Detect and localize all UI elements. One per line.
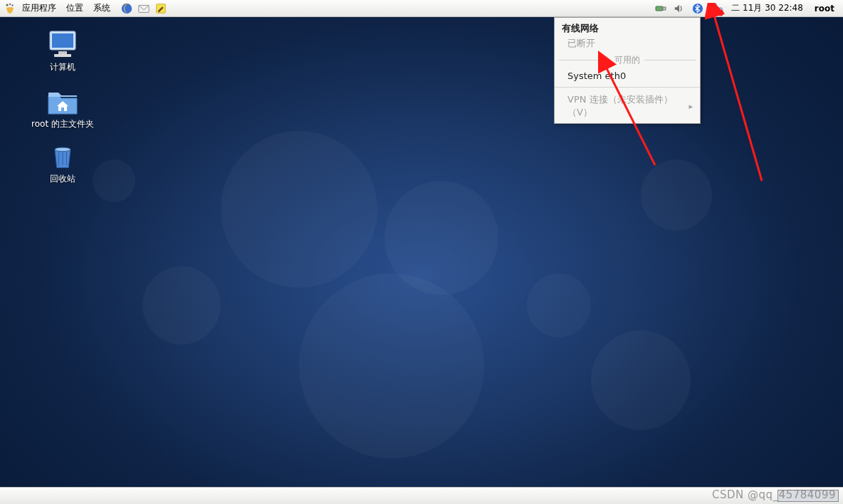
panel-left: 应用程序 位置 系统 bbox=[0, 0, 168, 17]
computer-icon bbox=[46, 30, 80, 60]
computer-label: 计算机 bbox=[48, 61, 78, 74]
firefox-launcher[interactable] bbox=[120, 1, 134, 16]
bluetooth-tray-icon[interactable] bbox=[691, 2, 704, 15]
svg-rect-15 bbox=[54, 54, 71, 57]
menu-applications[interactable]: 应用程序 bbox=[17, 0, 61, 17]
panel-user[interactable]: root bbox=[812, 4, 837, 14]
volume-tray-icon[interactable] bbox=[673, 2, 686, 15]
svg-point-0 bbox=[6, 4, 8, 6]
usb-tray-icon[interactable] bbox=[654, 2, 667, 15]
svg-rect-7 bbox=[663, 7, 666, 10]
svg-point-2 bbox=[11, 4, 13, 6]
notes-launcher[interactable] bbox=[154, 1, 168, 16]
desktop-icon-trash[interactable]: 回收站 bbox=[20, 142, 105, 186]
desktop-icon-home[interactable]: root 的主文件夹 bbox=[20, 87, 105, 131]
menu-places-label: 位置 bbox=[66, 2, 83, 14]
home-folder-icon bbox=[46, 87, 80, 117]
panel-launchers bbox=[120, 1, 168, 16]
trash-icon bbox=[46, 142, 80, 172]
menu-applications-label: 应用程序 bbox=[22, 2, 56, 14]
svg-line-17 bbox=[605, 65, 655, 165]
svg-point-16 bbox=[55, 147, 70, 152]
menu-places[interactable]: 位置 bbox=[61, 0, 88, 17]
svg-point-1 bbox=[9, 3, 11, 5]
mail-launcher[interactable] bbox=[137, 1, 151, 16]
watermark-text: CSDN @qq_45784099 bbox=[712, 488, 836, 501]
desktop-icon-computer[interactable]: 计算机 bbox=[20, 30, 105, 74]
svg-line-18 bbox=[713, 13, 762, 181]
home-label: root 的主文件夹 bbox=[29, 117, 96, 131]
annotation-arrow-2 bbox=[705, 3, 805, 188]
menu-system[interactable]: 系统 bbox=[88, 0, 115, 17]
menu-system-label: 系统 bbox=[93, 2, 110, 14]
svg-rect-14 bbox=[58, 51, 67, 54]
trash-label: 回收站 bbox=[48, 172, 78, 186]
svg-rect-13 bbox=[52, 33, 73, 48]
user-text: root bbox=[815, 4, 834, 14]
gnome-foot-icon bbox=[4, 3, 16, 14]
svg-rect-6 bbox=[656, 6, 663, 11]
